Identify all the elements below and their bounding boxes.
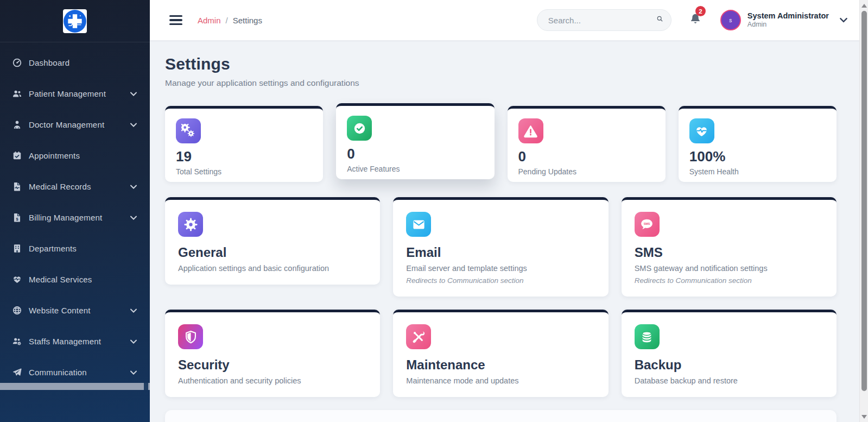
sidebar-logo-area [0,0,150,42]
gauge-icon [11,57,23,69]
chevron-down-icon [129,368,138,377]
category-title: Backup [635,357,823,373]
settings-card-backup[interactable]: Backup Database backup and restore [622,310,837,397]
settings-card-security[interactable]: Security Authentication and security pol… [165,310,380,397]
category-description: Database backup and restore [635,376,823,385]
globe-icon [11,305,23,317]
breadcrumb-admin-link[interactable]: Admin [198,16,221,25]
gears-icon [176,118,201,143]
stats-row: 19 Total Settings 0 Active Features 0 Pe… [165,106,837,182]
file-waveform-icon [11,181,23,193]
sidebar-item-label: Appointments [29,151,138,160]
settings-card-general[interactable]: General Application settings and basic c… [165,197,380,285]
sidebar-item-label: Dashboard [29,58,138,67]
sidebar-horizontal-scrollbar[interactable] [0,383,150,390]
sidebar-toggle-button[interactable] [169,15,182,25]
circle-check-icon [347,116,372,141]
stat-label: System Health [689,167,826,176]
sidebar-item-dashboard[interactable]: Dashboard [0,47,150,78]
category-title: Email [406,245,595,260]
stat-card-total-settings: 19 Total Settings [165,106,323,182]
hospital-logo[interactable] [63,9,87,33]
sidebar-item-label: Website Content [29,306,129,315]
stat-value: 0 [347,146,483,162]
settings-card-sms[interactable]: SMS SMS SMS gateway and notification set… [622,197,837,297]
breadcrumb-current: Settings [233,16,262,25]
settings-categories: General Application settings and basic c… [165,197,837,397]
building-icon [11,243,23,255]
category-description: Maintenance mode and updates [406,376,595,385]
category-title: SMS [635,245,823,260]
sidebar-item-label: Communication [29,368,129,377]
sidebar-item-label: Patient Management [29,89,129,98]
scrollbar-down-arrow[interactable] [860,412,868,421]
next-section-card-partial [165,410,837,422]
gear-icon [178,212,203,237]
stat-value: 100% [689,148,826,165]
category-title: Maintenance [406,357,595,373]
sidebar-item-billing-management[interactable]: $ Billing Management [0,202,150,233]
settings-card-email[interactable]: Email Email server and template settings… [393,197,608,297]
scrollbar-thumb[interactable] [861,11,867,391]
chevron-down-icon [129,182,138,191]
page-vertical-scrollbar[interactable] [859,0,868,422]
notifications-button[interactable]: 2 [689,12,702,28]
chevron-down-icon [129,306,138,315]
stat-card-system-health: 100% System Health [679,106,837,182]
database-icon [635,324,660,349]
search-box [537,9,671,31]
sidebar-item-medical-records[interactable]: Medical Records [0,171,150,202]
settings-card-maintenance[interactable]: Maintenance Maintenance mode and updates [393,310,608,397]
chevron-down-icon [129,121,138,129]
stat-card-active-features: 0 Active Features [336,103,494,179]
sidebar-item-label: Medical Records [29,182,129,191]
sms-bubble-icon: SMS [635,212,660,237]
user-menu[interactable]: s System Administrator Admin [720,10,848,30]
category-title: General [178,245,367,260]
app-window: Dashboard Patient Management Doctor Mana… [0,0,868,422]
svg-text:SMS: SMS [644,222,650,225]
calendar-check-icon [11,150,23,162]
sidebar-item-staffs-management[interactable]: Staffs Management [0,326,150,357]
sidebar-item-departments[interactable]: Departments [0,233,150,264]
category-description: Email server and template settings [406,264,595,273]
breadcrumb: Admin / Settings [198,16,262,25]
user-role: Admin [747,21,829,29]
page-title: Settings [165,55,837,73]
chevron-down-icon [129,90,138,98]
category-description: Authentication and security policies [178,376,367,385]
scrollbar-up-arrow[interactable] [860,1,868,10]
stat-card-pending-updates: 0 Pending Updates [508,106,666,182]
content-area: Settings Manage your application setting… [150,41,868,422]
avatar: s [720,10,741,30]
topbar-right: 2 s System Administrator Admin [537,9,848,31]
sidebar-item-medical-services[interactable]: Medical Services [0,264,150,295]
search-icon[interactable] [656,15,663,26]
search-input[interactable] [548,16,656,25]
stat-label: Pending Updates [518,167,655,176]
heart-pulse-icon [11,274,23,286]
sidebar-item-doctor-management[interactable]: Doctor Management [0,109,150,140]
stat-label: Active Features [347,165,483,173]
triangle-warning-icon [518,118,543,143]
stat-label: Total Settings [176,167,312,176]
shield-icon [178,324,203,349]
sidebar-item-website-content[interactable]: Website Content [0,295,150,326]
chevron-down-icon [129,337,138,346]
file-invoice-dollar-icon: $ [11,212,23,224]
sidebar-item-appointments[interactable]: Appointments [0,140,150,171]
heart-pulse-icon [689,118,714,143]
tools-icon [406,324,431,349]
sidebar-menu: Dashboard Patient Management Doctor Mana… [0,42,150,388]
sidebar-item-label: Billing Management [29,213,129,222]
category-note: Redirects to Communication section [406,276,595,285]
doctor-icon [11,119,23,131]
sidebar-item-label: Staffs Management [29,337,129,346]
category-title: Security [178,357,367,373]
users-gear-icon [11,336,23,348]
sidebar-scrollbar-thumb[interactable] [0,383,144,390]
category-description: SMS gateway and notification settings [635,264,823,273]
sidebar-item-patient-management[interactable]: Patient Management [0,78,150,109]
stat-value: 0 [518,148,655,165]
category-description: Application settings and basic configura… [178,264,367,273]
